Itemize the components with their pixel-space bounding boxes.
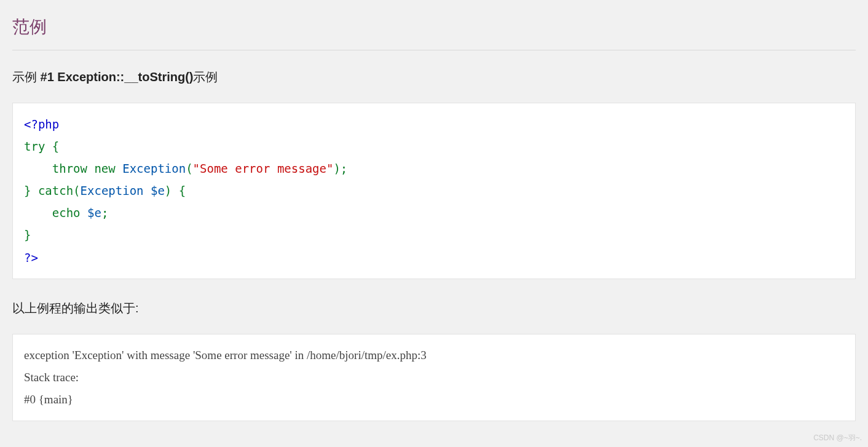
output-line-1: exception 'Exception' with message 'Some… [24,349,427,362]
code-sp5 [81,206,87,220]
code-indent [24,162,52,175]
example-strong: #1 Exception::__toString() [41,70,194,84]
code-indent2 [24,206,52,220]
code-cpclose: ) [165,184,172,197]
code-catch-var: $e [151,184,165,197]
output-line-3: #0 {main} [24,393,73,406]
code-semi: ; [101,206,108,220]
code-try: try [24,140,45,153]
code-sp1 [87,162,94,175]
code-sp2 [116,162,122,175]
code-cpopen: ( [73,184,80,197]
code-block: <?php try { throw new Exception("Some er… [12,103,856,279]
code-echo-var: $e [87,206,101,220]
code-brace-open2: { [172,184,186,197]
watermark: CSDN @~羽~. [813,433,862,433]
code-brace-close: } [24,184,31,197]
divider [12,50,856,50]
code-pclose: ); [333,162,347,175]
code-popen: ( [186,162,192,175]
example-title: 示例 #1 Exception::__toString()示例 [12,69,856,85]
output-line-2: Stack trace: [24,371,79,384]
code-catch-class: Exception [81,184,144,197]
code-close-tag: ?> [24,251,38,264]
code-new: new [94,162,115,175]
code-catch: catch [38,184,73,197]
code-sp3 [31,184,37,197]
example-suffix: 示例 [193,70,218,84]
output-title: 以上例程的输出类似于: [12,300,856,317]
example-prefix: 示例 [12,70,41,84]
code-class: Exception [122,162,186,175]
code-throw: throw [52,162,87,175]
code-brace-open: { [45,140,59,153]
code-sp4 [144,184,151,197]
code-echo: echo [52,206,81,220]
output-block: exception 'Exception' with message 'Some… [12,334,856,421]
section-title: 范例 [12,15,856,39]
code-brace-close2: } [24,228,31,242]
code-string: "Some error message" [193,162,334,175]
code-open-tag: <?php [24,117,59,131]
